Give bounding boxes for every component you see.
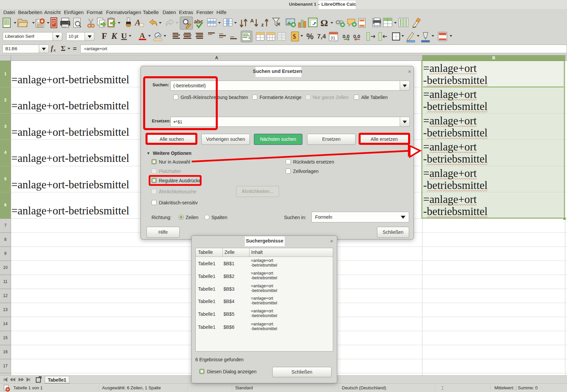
svg-text:7,4: 7,4 [317,33,326,40]
svg-text:z: z [261,22,264,27]
svg-text:Ω: Ω [320,18,328,28]
svg-text:0,0: 0,0 [343,33,350,39]
svg-text:K: K [111,31,118,40]
svg-text:A: A [139,31,145,40]
svg-text:31: 31 [330,35,335,40]
svg-text:A: A [250,18,254,23]
svg-text:0,0: 0,0 [353,33,360,39]
svg-text:F: F [102,31,107,41]
svg-text:x: x [53,47,56,53]
svg-text:%: % [306,32,313,41]
svg-text:Σ: Σ [61,44,66,53]
svg-text:$: $ [293,33,296,40]
svg-text:=: = [73,45,77,52]
svg-text:U: U [121,31,127,40]
